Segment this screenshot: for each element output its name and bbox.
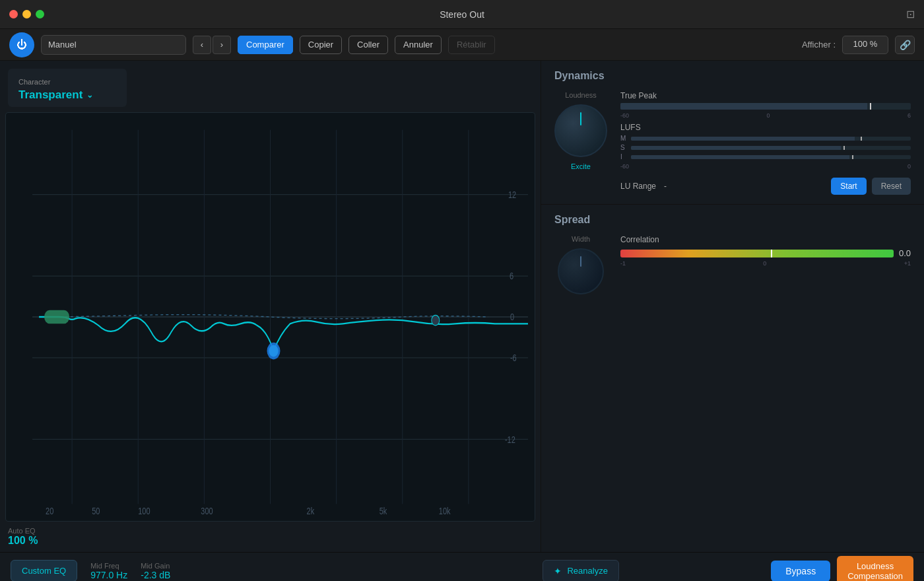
lufs-s-fill — [631, 146, 841, 150]
reset-button[interactable]: Reset — [872, 178, 911, 195]
afficher-label: Afficher : — [802, 40, 836, 50]
spread-title: Spread — [554, 214, 911, 226]
bottom-center-section: ✦ Reanalyze — [391, 560, 771, 582]
svg-text:-6: -6 — [510, 353, 517, 364]
eq-display[interactable]: 12 6 0 -6 -12 20 50 100 300 2k 5k 10k — [5, 112, 535, 522]
width-knob[interactable] — [558, 248, 604, 294]
minimize-button[interactable] — [22, 10, 31, 18]
svg-text:12: 12 — [508, 189, 516, 200]
svg-text:100: 100 — [138, 506, 150, 516]
lu-range-buttons: Start Reset — [831, 178, 911, 195]
auto-eq-value: 100 % — [8, 535, 38, 547]
svg-text:50: 50 — [92, 506, 100, 516]
correlation-value: 0.0 — [899, 248, 911, 258]
start-button[interactable]: Start — [831, 178, 866, 195]
lufs-row-s: S — [620, 144, 911, 151]
correlation-label-min: -1 — [620, 260, 626, 267]
close-button[interactable] — [9, 10, 18, 18]
correlation-labels: -1 0 +1 — [620, 260, 911, 267]
width-knob-indicator — [580, 256, 581, 267]
bottom-right-section: Bypass LoudnessCompensation — [771, 556, 913, 582]
titlebar: Stereo Out ⊡ — [0, 0, 924, 29]
width-label: Width — [572, 235, 590, 243]
power-button[interactable]: ⏻ — [9, 32, 34, 57]
compare-button[interactable]: Comparer — [238, 36, 293, 54]
lufs-i-label: I — [620, 153, 627, 160]
lufs-m-label: M — [620, 135, 627, 142]
character-chevron-icon[interactable]: ⌄ — [86, 90, 93, 100]
toolbar: ⏻ Manuel ‹ › Comparer Copier Coller Annu… — [0, 29, 924, 61]
left-panel: Character Transparent ⌄ — [0, 61, 541, 552]
dynamics-title: Dynamics — [554, 70, 911, 82]
lufs-title: LUFS — [620, 123, 911, 132]
nav-back-button[interactable]: ‹ — [193, 36, 211, 54]
mid-freq-value: 977.0 Hz — [90, 570, 127, 580]
traffic-lights — [9, 10, 44, 18]
zoom-control[interactable]: 100 % — [842, 36, 888, 54]
svg-text:20: 20 — [46, 506, 53, 516]
nav-forward-button[interactable]: › — [213, 36, 231, 54]
right-panel: Dynamics Loudness Excite True Peak — [541, 61, 924, 552]
correlation-section: Correlation 0.0 -1 0 +1 — [620, 235, 911, 267]
lufs-labels: -60 0 — [620, 163, 911, 170]
lufs-row-i: I — [620, 153, 911, 160]
lufs-s-label: S — [620, 144, 627, 151]
loudness-compensation-label: LoudnessCompensation — [847, 561, 903, 581]
svg-text:2k: 2k — [307, 506, 315, 516]
dynamics-row: Loudness Excite True Peak — [554, 91, 911, 195]
loudness-knob-indicator — [580, 112, 581, 125]
link-button[interactable]: 🔗 — [895, 36, 915, 54]
true-peak-label-max: 6 — [908, 112, 911, 119]
loudness-knob[interactable] — [554, 104, 607, 157]
reanalyze-button[interactable]: ✦ Reanalyze — [543, 560, 618, 582]
reanalyze-label: Reanalyze — [567, 566, 607, 576]
lufs-s-marker — [843, 146, 845, 150]
loudness-compensation-button[interactable]: LoudnessCompensation — [837, 556, 913, 582]
spread-row: Width Correlation 0.0 -1 — [554, 235, 911, 294]
copy-button[interactable]: Copier — [300, 36, 342, 54]
window-title: Stereo Out — [440, 9, 484, 20]
width-knob-group: Width — [554, 235, 607, 294]
character-label: Character — [18, 78, 116, 86]
paste-button[interactable]: Coller — [348, 36, 388, 54]
true-peak-label-min: -60 — [620, 112, 629, 119]
bottom-left-section: Custom EQ Mid Freq 977.0 Hz Mid Gain -2.… — [11, 560, 391, 581]
redo-button[interactable]: Rétablir — [448, 36, 495, 54]
svg-point-27 — [432, 315, 440, 325]
lufs-i-marker — [852, 155, 853, 159]
true-peak-label-zero: 0 — [766, 112, 770, 119]
svg-text:10k: 10k — [439, 506, 451, 516]
correlation-marker — [771, 250, 772, 257]
true-peak-title: True Peak — [620, 91, 911, 100]
nav-buttons: ‹ › — [193, 36, 231, 54]
preset-select[interactable]: Manuel — [41, 35, 186, 55]
true-peak-labels: -60 0 6 — [620, 112, 911, 119]
true-peak-bar — [620, 103, 911, 110]
svg-text:0: 0 — [510, 312, 514, 323]
auto-eq-label: Auto EQ — [8, 527, 38, 535]
svg-rect-24 — [44, 310, 69, 324]
correlation-title: Correlation — [620, 235, 911, 244]
svg-text:6: 6 — [510, 271, 513, 282]
lufs-section: LUFS M S — [620, 123, 911, 170]
character-value: Transparent ⌄ — [18, 88, 116, 102]
auto-eq-section: Auto EQ 100 % — [8, 527, 38, 547]
undo-button[interactable]: Annuler — [395, 36, 442, 54]
excite-label[interactable]: Excite — [571, 162, 591, 170]
lufs-s-track — [631, 146, 911, 150]
mid-gain-label: Mid Gain — [141, 562, 170, 570]
fullscreen-button[interactable] — [36, 10, 44, 18]
svg-text:300: 300 — [201, 506, 213, 516]
true-peak-marker — [870, 103, 871, 110]
true-peak-bar-fill — [620, 103, 867, 110]
correlation-bar — [620, 250, 894, 257]
bypass-button[interactable]: Bypass — [771, 561, 830, 582]
svg-text:-12: -12 — [505, 434, 515, 445]
eq-curve-svg: 12 6 0 -6 -12 20 50 100 300 2k 5k 10k — [6, 113, 535, 521]
mid-freq-label: Mid Freq — [90, 562, 127, 570]
loudness-knob-group: Loudness Excite — [554, 91, 607, 170]
lu-range-label: LU Range — [620, 182, 656, 191]
custom-eq-button[interactable]: Custom EQ — [11, 560, 77, 581]
mid-freq-group: Mid Freq 977.0 Hz — [90, 562, 127, 580]
mid-gain-group: Mid Gain -2.3 dB — [141, 562, 170, 580]
